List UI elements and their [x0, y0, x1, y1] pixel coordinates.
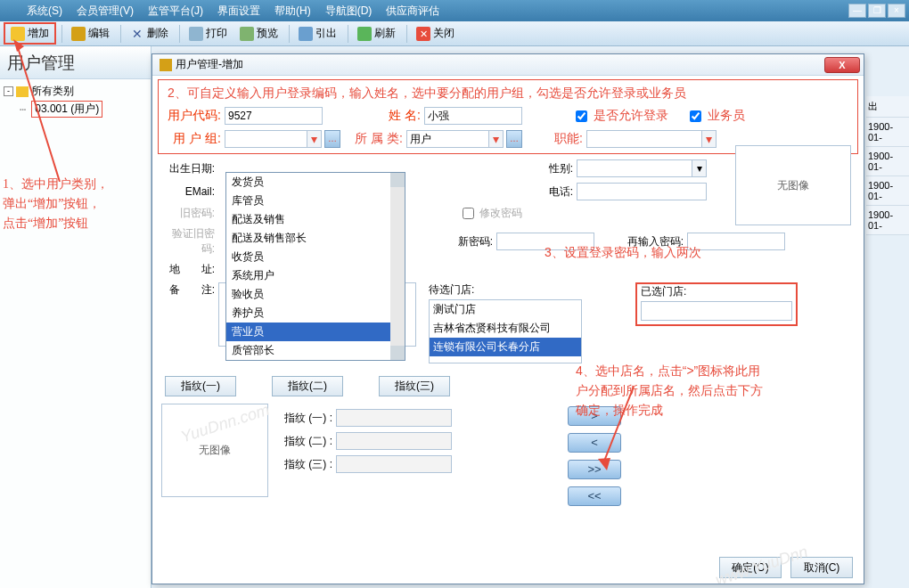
dropdown-scrollbar[interactable]: [390, 173, 405, 360]
dd-item[interactable]: 质管部长: [226, 341, 405, 360]
input-fp2: [336, 432, 452, 450]
modal-body: 2、可自定义输入用户登录编码，输入姓名，选中要分配的用户组，勾选是否允许登录或业…: [152, 76, 864, 584]
lbl-job: 职能:: [538, 131, 583, 147]
sex-dropdown-arrow[interactable]: ▾: [692, 159, 707, 177]
edit-icon: [71, 27, 86, 41]
tree-node-user[interactable]: ⋯ 03.001 (用户): [4, 100, 147, 118]
btn-move-all-left[interactable]: <<: [568, 486, 621, 506]
preview-icon: [240, 27, 254, 41]
menu-supervise[interactable]: 监管平台(J): [141, 2, 210, 20]
btn-move-all-right[interactable]: >>: [568, 460, 621, 479]
btn-cancel[interactable]: 取消(C): [790, 557, 853, 578]
sidebar: 用户管理 - 所有类别 ⋯ 03.001 (用户): [0, 46, 152, 588]
lbl-email: EMail:: [161, 185, 215, 198]
dd-item[interactable]: 收货员: [226, 248, 405, 266]
modal-user-add: 用户管理-增加 X 2、可自定义输入用户登录编码，输入姓名，选中要分配的用户组，…: [152, 53, 864, 584]
add-icon: [11, 27, 25, 41]
dd-item[interactable]: 养护员: [226, 304, 405, 323]
pending-store-item[interactable]: 吉林省杰贤科技有限公司: [430, 319, 581, 338]
tb-edit[interactable]: 编辑: [66, 24, 115, 43]
dd-item[interactable]: 发货员: [226, 173, 405, 192]
lbl-cat: 所 属 类:: [349, 131, 403, 147]
chk-allow-login[interactable]: 是否允许登录: [576, 108, 668, 124]
tb-refresh[interactable]: 刷新: [352, 24, 401, 43]
img-placeholder-fp: 无图像: [161, 404, 268, 497]
tb-print[interactable]: 打印: [184, 24, 233, 43]
checkbox-salesman[interactable]: [690, 110, 701, 122]
tb-add[interactable]: 增加: [4, 22, 56, 45]
btn-fingerprint-2[interactable]: 指纹(二): [272, 376, 343, 396]
btn-move-left[interactable]: <: [568, 433, 621, 453]
list-selected-stores[interactable]: [641, 301, 792, 321]
dd-item[interactable]: 营业员: [226, 323, 405, 341]
lbl-fp2: 指纹 (二) :: [279, 434, 332, 449]
menu-supplier[interactable]: 供应商评估: [379, 2, 446, 20]
dropdown-usergroup[interactable]: 发货员 库管员 配送及销售 配送及销售部长 收货员 系统用户 验收员 养护员 营…: [225, 172, 405, 361]
dd-item[interactable]: 配送及销售部长: [226, 229, 405, 248]
checkbox-modify-pwd[interactable]: [463, 208, 474, 219]
input-reinput[interactable]: [687, 233, 785, 250]
checkbox-allow-login[interactable]: [576, 110, 587, 122]
window-minimize[interactable]: —: [848, 4, 866, 18]
btn-ok[interactable]: 确定(O): [719, 557, 782, 578]
pending-store-item[interactable]: 测试门店: [430, 300, 581, 319]
lbl-newpwd: 新密码:: [448, 234, 493, 249]
menu-nav[interactable]: 导航图(D): [318, 2, 380, 20]
input-phone[interactable]: [577, 183, 707, 200]
app-icon: [4, 4, 16, 17]
list-pending-stores[interactable]: 测试门店 吉林省杰贤科技有限公司 连锁有限公司长春分店: [429, 299, 582, 363]
group-lookup-button[interactable]: …: [324, 130, 340, 148]
menubar: 系统(S) 会员管理(V) 监管平台(J) 界面设置 帮助(H) 导航图(D) …: [0, 0, 909, 21]
main-window: 系统(S) 会员管理(V) 监管平台(J) 界面设置 帮助(H) 导航图(D) …: [0, 0, 909, 588]
modal-title-icon: [160, 59, 172, 71]
input-sex[interactable]: [577, 159, 692, 177]
window-restore[interactable]: ❐: [868, 4, 886, 18]
menu-system[interactable]: 系统(S): [20, 2, 70, 20]
print-icon: [189, 27, 203, 41]
tb-export[interactable]: 引出: [293, 24, 342, 43]
export-icon: [299, 27, 313, 41]
input-job[interactable]: [586, 130, 702, 148]
lbl-sex: 性别:: [528, 161, 573, 176]
menu-help[interactable]: 帮助(H): [267, 2, 318, 20]
close-icon: ✕: [416, 27, 430, 41]
dd-item[interactable]: 库管员: [226, 192, 405, 210]
group-dropdown-arrow[interactable]: ▾: [307, 130, 322, 148]
dd-item[interactable]: 系统用户: [226, 266, 405, 285]
tree-collapse-icon[interactable]: -: [4, 86, 13, 96]
lbl-code: 用户代码:: [168, 108, 221, 124]
modal-titlebar[interactable]: 用户管理-增加 X: [152, 54, 864, 76]
btn-fingerprint-3[interactable]: 指纹(三): [379, 376, 450, 396]
lbl-group: 用 户 组:: [168, 131, 221, 147]
tree-root[interactable]: - 所有类别: [4, 83, 147, 100]
input-group[interactable]: [225, 130, 307, 148]
input-name[interactable]: [424, 107, 522, 125]
sidebar-title: 用户管理: [0, 46, 151, 79]
tb-preview[interactable]: 预览: [234, 24, 283, 43]
chk-salesman[interactable]: 业务员: [690, 108, 745, 124]
chk-modify-pwd[interactable]: 修改密码: [463, 206, 522, 221]
cat-lookup-button[interactable]: …: [506, 130, 522, 148]
input-code[interactable]: [225, 107, 323, 125]
annotation-2-text: 2、可自定义输入用户登录编码，输入姓名，选中要分配的用户组，勾选是否允许登录或业…: [168, 86, 848, 102]
input-fp1: [336, 409, 452, 427]
bg-dates-column: 出 1900-01- 1900-01- 1900-01- 1900-01-: [866, 96, 909, 235]
menu-member[interactable]: 会员管理(V): [70, 2, 141, 20]
menu-ui[interactable]: 界面设置: [210, 2, 267, 20]
dd-item[interactable]: 配送及销售: [226, 210, 405, 229]
job-dropdown-arrow[interactable]: ▾: [702, 130, 717, 148]
lbl-oldpwd: 旧密码:: [161, 206, 215, 221]
btn-fingerprint-1[interactable]: 指纹(一): [165, 376, 236, 396]
modal-close-button[interactable]: X: [824, 57, 860, 73]
refresh-icon: [357, 27, 372, 41]
pending-store-item[interactable]: 连锁有限公司长春分店: [430, 338, 581, 356]
annotation-1: 1、选中用户类别， 弹出“增加”按钮， 点击“增加”按钮: [3, 175, 151, 233]
cat-dropdown-arrow[interactable]: ▾: [489, 130, 504, 148]
dd-item[interactable]: 验收员: [226, 285, 405, 304]
input-cat[interactable]: [406, 130, 489, 148]
annotation-3: 3、设置登录密码，输入两次: [545, 245, 701, 261]
tb-delete[interactable]: ✕ 删除: [125, 24, 174, 43]
lbl-name: 姓 名:: [367, 108, 421, 124]
tb-close[interactable]: ✕ 关闭: [411, 24, 460, 43]
window-close[interactable]: ×: [888, 4, 905, 18]
